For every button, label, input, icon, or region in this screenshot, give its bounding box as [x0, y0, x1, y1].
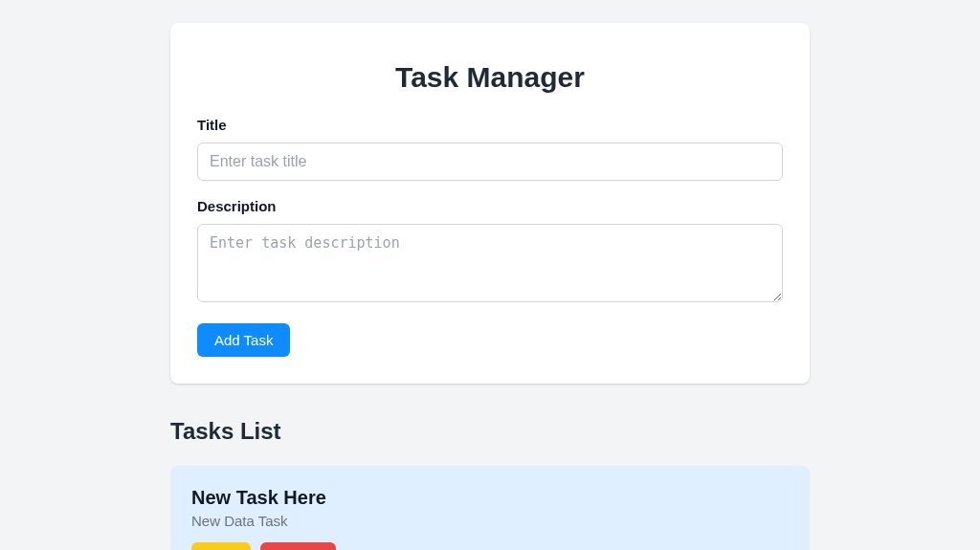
- edit-button[interactable]: Edit: [191, 542, 251, 550]
- description-field-group: Description: [197, 198, 783, 306]
- description-input[interactable]: [197, 224, 783, 302]
- tasks-list-title: Tasks List: [170, 418, 810, 445]
- task-card: New Task Here New Data Task Edit Delete: [170, 466, 810, 550]
- title-field-group: Title: [197, 117, 783, 181]
- title-input[interactable]: [197, 143, 783, 181]
- delete-button[interactable]: Delete: [260, 542, 336, 550]
- task-form-card: Task Manager Title Description Add Task: [170, 23, 810, 384]
- add-task-button[interactable]: Add Task: [197, 323, 290, 357]
- page-title: Task Manager: [197, 61, 783, 94]
- description-label: Description: [197, 198, 783, 214]
- task-title: New Task Here: [191, 487, 789, 509]
- task-actions: Edit Delete: [191, 542, 789, 550]
- title-label: Title: [197, 117, 783, 133]
- task-description: New Data Task: [191, 513, 789, 529]
